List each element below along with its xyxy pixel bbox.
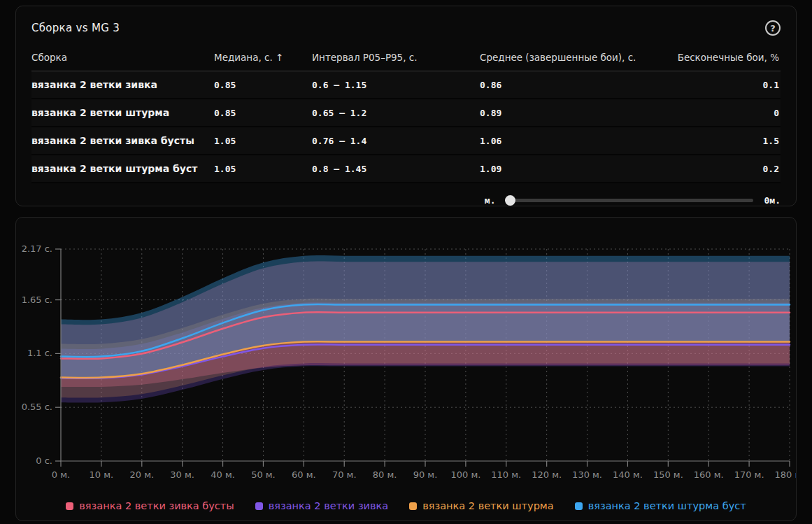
legend-swatch-icon: [409, 502, 417, 510]
svg-text:30 м.: 30 м.: [170, 469, 194, 480]
svg-text:100 м.: 100 м.: [450, 469, 480, 480]
svg-text:1.65 с.: 1.65 с.: [22, 295, 52, 305]
svg-text:20 м.: 20 м.: [129, 469, 154, 480]
svg-text:40 м.: 40 м.: [211, 469, 235, 480]
table-row[interactable]: вязанка 2 ветки зивка бусты1.050.76 – 1.…: [31, 127, 781, 155]
build-comparison-panel: Сборка vs MG 3 ? СборкаМедиана, с. ↑Инте…: [15, 6, 797, 206]
mean-cell: 1.06: [480, 136, 676, 146]
build-name-cell: вязанка 2 ветки штурма: [31, 107, 214, 118]
svg-text:120 м.: 120 м.: [532, 469, 562, 480]
svg-text:0 м.: 0 м.: [52, 469, 70, 480]
legend-swatch-icon: [255, 502, 263, 510]
infinite-fights-cell: 1.5: [676, 136, 781, 146]
median-cell: 0.85: [214, 80, 312, 90]
median-cell: 1.05: [214, 136, 312, 146]
svg-text:0 с.: 0 с.: [36, 455, 52, 466]
svg-text:60 м.: 60 м.: [292, 469, 316, 480]
svg-text:10 м.: 10 м.: [90, 469, 114, 480]
column-header[interactable]: Медиана, с. ↑: [214, 52, 312, 63]
svg-text:150 м.: 150 м.: [653, 469, 683, 480]
build-name-cell: вязанка 2 ветки штурма буст: [31, 163, 214, 174]
mean-cell: 1.09: [480, 164, 676, 174]
build-name-cell: вязанка 2 ветки зивка: [31, 79, 214, 90]
interval-cell: 0.8 – 1.45: [312, 164, 480, 174]
infinite-fights-cell: 0.1: [676, 80, 781, 90]
column-header: Среднее (завершенные бои), с.: [480, 52, 676, 63]
legend-swatch-icon: [66, 502, 73, 510]
median-cell: 1.05: [214, 164, 312, 174]
interval-cell: 0.76 – 1.4: [312, 136, 480, 146]
build-name-cell: вязанка 2 ветки зивка бусты: [31, 135, 214, 146]
legend-label: вязанка 2 ветки зивка бусты: [79, 500, 234, 511]
ttk-chart-panel: 0 м.10 м.20 м.30 м.40 м.50 м.60 м.70 м.8…: [15, 217, 797, 521]
legend-label: вязанка 2 ветки штурма: [422, 500, 553, 511]
page-title: Сборка vs MG 3: [31, 22, 120, 34]
svg-text:180 м.: 180 м.: [775, 469, 796, 480]
svg-text:50 м.: 50 м.: [251, 469, 276, 480]
slider-left-label: м.: [485, 195, 496, 206]
panel-header: Сборка vs MG 3 ?: [31, 17, 781, 38]
svg-text:130 м.: 130 м.: [572, 469, 602, 480]
help-icon[interactable]: ?: [765, 20, 781, 36]
svg-text:160 м.: 160 м.: [694, 469, 724, 480]
mean-cell: 0.89: [480, 108, 676, 118]
svg-text:80 м.: 80 м.: [373, 469, 397, 480]
column-header: Сборка: [31, 52, 214, 63]
table-row[interactable]: вязанка 2 ветки штурма0.850.65 – 1.20.89…: [31, 99, 781, 127]
column-header: Интервал P05–P95, с.: [312, 52, 480, 63]
legend-label: вязанка 2 ветки штурма буст: [588, 500, 746, 511]
svg-text:70 м.: 70 м.: [332, 469, 357, 480]
legend-item[interactable]: вязанка 2 ветки зивка: [255, 500, 388, 511]
interval-cell: 0.6 – 1.15: [312, 80, 480, 90]
mean-cell: 0.86: [480, 80, 676, 90]
svg-text:170 м.: 170 м.: [734, 469, 764, 480]
svg-text:110 м.: 110 м.: [491, 469, 521, 480]
svg-text:140 м.: 140 м.: [613, 469, 643, 480]
legend-label: вязанка 2 ветки зивка: [269, 500, 388, 511]
median-cell: 0.85: [214, 108, 312, 118]
infinite-fights-cell: 0: [676, 108, 781, 118]
table-body: вязанка 2 ветки зивка0.850.6 – 1.150.860…: [31, 71, 781, 183]
table-row[interactable]: вязанка 2 ветки штурма буст1.050.8 – 1.4…: [31, 155, 781, 183]
infinite-fights-cell: 0.2: [676, 164, 781, 174]
slider-thumb[interactable]: [505, 195, 515, 206]
svg-text:90 м.: 90 м.: [413, 469, 438, 480]
table-row[interactable]: вязанка 2 ветки зивка0.850.6 – 1.150.860…: [31, 71, 781, 99]
legend-swatch-icon: [575, 502, 583, 510]
legend-item[interactable]: вязанка 2 ветки штурма буст: [575, 500, 746, 511]
table-header-row: СборкаМедиана, с. ↑Интервал P05–P95, с.С…: [31, 44, 781, 71]
column-header: Бесконечные бои, %: [676, 52, 781, 63]
time-slider-row: м. 0м.: [31, 195, 781, 206]
time-slider[interactable]: [507, 199, 753, 202]
legend-item[interactable]: вязанка 2 ветки зивка бусты: [66, 500, 234, 511]
slider-value-label: 0м.: [764, 195, 781, 206]
svg-text:2.17 с.: 2.17 с.: [22, 243, 52, 254]
interval-cell: 0.65 – 1.2: [312, 108, 480, 118]
svg-text:1.1 с.: 1.1 с.: [27, 348, 52, 358]
ttk-area-chart: 0 м.10 м.20 м.30 м.40 м.50 м.60 м.70 м.8…: [16, 218, 796, 487]
svg-text:0.55 с.: 0.55 с.: [22, 402, 52, 412]
legend-item[interactable]: вязанка 2 ветки штурма: [409, 500, 553, 511]
chart-legend: вязанка 2 ветки зивка бустывязанка 2 вет…: [16, 500, 796, 511]
